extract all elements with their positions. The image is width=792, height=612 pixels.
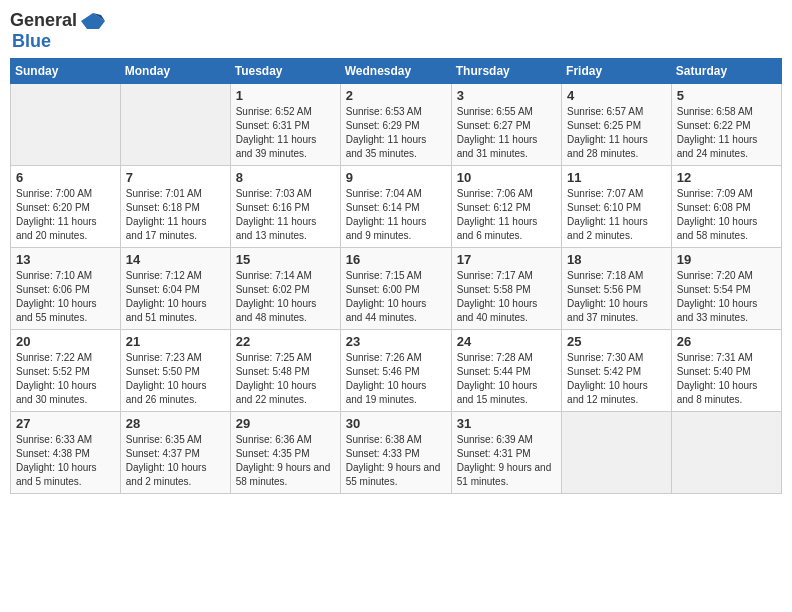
day-number: 31 — [457, 416, 556, 431]
svg-marker-0 — [81, 13, 105, 29]
day-header-sunday: Sunday — [11, 59, 121, 84]
logo-blue: Blue — [12, 31, 51, 52]
day-cell: 30Sunrise: 6:38 AM Sunset: 4:33 PM Dayli… — [340, 412, 451, 494]
week-row-1: 1Sunrise: 6:52 AM Sunset: 6:31 PM Daylig… — [11, 84, 782, 166]
day-info: Sunrise: 7:00 AM Sunset: 6:20 PM Dayligh… — [16, 187, 115, 243]
day-cell: 25Sunrise: 7:30 AM Sunset: 5:42 PM Dayli… — [562, 330, 672, 412]
day-cell: 21Sunrise: 7:23 AM Sunset: 5:50 PM Dayli… — [120, 330, 230, 412]
day-cell — [120, 84, 230, 166]
day-cell: 12Sunrise: 7:09 AM Sunset: 6:08 PM Dayli… — [671, 166, 781, 248]
week-row-4: 20Sunrise: 7:22 AM Sunset: 5:52 PM Dayli… — [11, 330, 782, 412]
day-number: 27 — [16, 416, 115, 431]
day-cell: 16Sunrise: 7:15 AM Sunset: 6:00 PM Dayli… — [340, 248, 451, 330]
day-cell: 29Sunrise: 6:36 AM Sunset: 4:35 PM Dayli… — [230, 412, 340, 494]
day-cell: 7Sunrise: 7:01 AM Sunset: 6:18 PM Daylig… — [120, 166, 230, 248]
day-cell — [671, 412, 781, 494]
day-number: 9 — [346, 170, 446, 185]
day-number: 28 — [126, 416, 225, 431]
day-info: Sunrise: 7:28 AM Sunset: 5:44 PM Dayligh… — [457, 351, 556, 407]
day-info: Sunrise: 7:26 AM Sunset: 5:46 PM Dayligh… — [346, 351, 446, 407]
day-header-friday: Friday — [562, 59, 672, 84]
day-info: Sunrise: 6:36 AM Sunset: 4:35 PM Dayligh… — [236, 433, 335, 489]
day-info: Sunrise: 7:31 AM Sunset: 5:40 PM Dayligh… — [677, 351, 776, 407]
day-number: 5 — [677, 88, 776, 103]
calendar-table: SundayMondayTuesdayWednesdayThursdayFrid… — [10, 58, 782, 494]
day-cell — [11, 84, 121, 166]
day-number: 26 — [677, 334, 776, 349]
day-number: 24 — [457, 334, 556, 349]
day-header-monday: Monday — [120, 59, 230, 84]
day-info: Sunrise: 7:25 AM Sunset: 5:48 PM Dayligh… — [236, 351, 335, 407]
day-number: 19 — [677, 252, 776, 267]
day-info: Sunrise: 7:18 AM Sunset: 5:56 PM Dayligh… — [567, 269, 666, 325]
day-number: 15 — [236, 252, 335, 267]
day-number: 8 — [236, 170, 335, 185]
day-info: Sunrise: 7:22 AM Sunset: 5:52 PM Dayligh… — [16, 351, 115, 407]
day-cell: 11Sunrise: 7:07 AM Sunset: 6:10 PM Dayli… — [562, 166, 672, 248]
day-cell: 26Sunrise: 7:31 AM Sunset: 5:40 PM Dayli… — [671, 330, 781, 412]
day-number: 23 — [346, 334, 446, 349]
day-cell: 8Sunrise: 7:03 AM Sunset: 6:16 PM Daylig… — [230, 166, 340, 248]
day-header-thursday: Thursday — [451, 59, 561, 84]
week-row-2: 6Sunrise: 7:00 AM Sunset: 6:20 PM Daylig… — [11, 166, 782, 248]
day-number: 17 — [457, 252, 556, 267]
week-row-5: 27Sunrise: 6:33 AM Sunset: 4:38 PM Dayli… — [11, 412, 782, 494]
day-number: 18 — [567, 252, 666, 267]
day-cell: 20Sunrise: 7:22 AM Sunset: 5:52 PM Dayli… — [11, 330, 121, 412]
day-info: Sunrise: 7:06 AM Sunset: 6:12 PM Dayligh… — [457, 187, 556, 243]
logo: General Blue — [10, 10, 107, 52]
day-cell: 19Sunrise: 7:20 AM Sunset: 5:54 PM Dayli… — [671, 248, 781, 330]
day-cell: 3Sunrise: 6:55 AM Sunset: 6:27 PM Daylig… — [451, 84, 561, 166]
day-number: 11 — [567, 170, 666, 185]
day-number: 14 — [126, 252, 225, 267]
day-cell: 2Sunrise: 6:53 AM Sunset: 6:29 PM Daylig… — [340, 84, 451, 166]
day-cell: 22Sunrise: 7:25 AM Sunset: 5:48 PM Dayli… — [230, 330, 340, 412]
day-number: 12 — [677, 170, 776, 185]
day-number: 30 — [346, 416, 446, 431]
day-cell: 9Sunrise: 7:04 AM Sunset: 6:14 PM Daylig… — [340, 166, 451, 248]
day-cell: 1Sunrise: 6:52 AM Sunset: 6:31 PM Daylig… — [230, 84, 340, 166]
day-info: Sunrise: 7:17 AM Sunset: 5:58 PM Dayligh… — [457, 269, 556, 325]
day-cell: 4Sunrise: 6:57 AM Sunset: 6:25 PM Daylig… — [562, 84, 672, 166]
day-cell: 23Sunrise: 7:26 AM Sunset: 5:46 PM Dayli… — [340, 330, 451, 412]
day-header-wednesday: Wednesday — [340, 59, 451, 84]
day-cell: 14Sunrise: 7:12 AM Sunset: 6:04 PM Dayli… — [120, 248, 230, 330]
day-header-saturday: Saturday — [671, 59, 781, 84]
page-header: General Blue — [10, 10, 782, 52]
day-number: 10 — [457, 170, 556, 185]
day-cell: 13Sunrise: 7:10 AM Sunset: 6:06 PM Dayli… — [11, 248, 121, 330]
week-row-3: 13Sunrise: 7:10 AM Sunset: 6:06 PM Dayli… — [11, 248, 782, 330]
day-info: Sunrise: 7:12 AM Sunset: 6:04 PM Dayligh… — [126, 269, 225, 325]
day-info: Sunrise: 7:30 AM Sunset: 5:42 PM Dayligh… — [567, 351, 666, 407]
day-number: 3 — [457, 88, 556, 103]
day-info: Sunrise: 7:01 AM Sunset: 6:18 PM Dayligh… — [126, 187, 225, 243]
day-number: 2 — [346, 88, 446, 103]
day-info: Sunrise: 7:23 AM Sunset: 5:50 PM Dayligh… — [126, 351, 225, 407]
day-info: Sunrise: 6:52 AM Sunset: 6:31 PM Dayligh… — [236, 105, 335, 161]
day-info: Sunrise: 6:39 AM Sunset: 4:31 PM Dayligh… — [457, 433, 556, 489]
day-number: 6 — [16, 170, 115, 185]
day-number: 20 — [16, 334, 115, 349]
day-info: Sunrise: 6:33 AM Sunset: 4:38 PM Dayligh… — [16, 433, 115, 489]
day-info: Sunrise: 7:09 AM Sunset: 6:08 PM Dayligh… — [677, 187, 776, 243]
day-header-tuesday: Tuesday — [230, 59, 340, 84]
day-number: 21 — [126, 334, 225, 349]
day-cell: 18Sunrise: 7:18 AM Sunset: 5:56 PM Dayli… — [562, 248, 672, 330]
day-info: Sunrise: 7:04 AM Sunset: 6:14 PM Dayligh… — [346, 187, 446, 243]
day-info: Sunrise: 7:07 AM Sunset: 6:10 PM Dayligh… — [567, 187, 666, 243]
day-info: Sunrise: 6:57 AM Sunset: 6:25 PM Dayligh… — [567, 105, 666, 161]
day-info: Sunrise: 6:55 AM Sunset: 6:27 PM Dayligh… — [457, 105, 556, 161]
day-info: Sunrise: 6:35 AM Sunset: 4:37 PM Dayligh… — [126, 433, 225, 489]
day-info: Sunrise: 7:15 AM Sunset: 6:00 PM Dayligh… — [346, 269, 446, 325]
day-info: Sunrise: 7:03 AM Sunset: 6:16 PM Dayligh… — [236, 187, 335, 243]
day-number: 29 — [236, 416, 335, 431]
day-cell: 24Sunrise: 7:28 AM Sunset: 5:44 PM Dayli… — [451, 330, 561, 412]
day-cell: 17Sunrise: 7:17 AM Sunset: 5:58 PM Dayli… — [451, 248, 561, 330]
day-info: Sunrise: 7:20 AM Sunset: 5:54 PM Dayligh… — [677, 269, 776, 325]
day-number: 25 — [567, 334, 666, 349]
day-number: 7 — [126, 170, 225, 185]
day-info: Sunrise: 6:58 AM Sunset: 6:22 PM Dayligh… — [677, 105, 776, 161]
day-cell: 15Sunrise: 7:14 AM Sunset: 6:02 PM Dayli… — [230, 248, 340, 330]
day-cell — [562, 412, 672, 494]
day-cell: 27Sunrise: 6:33 AM Sunset: 4:38 PM Dayli… — [11, 412, 121, 494]
